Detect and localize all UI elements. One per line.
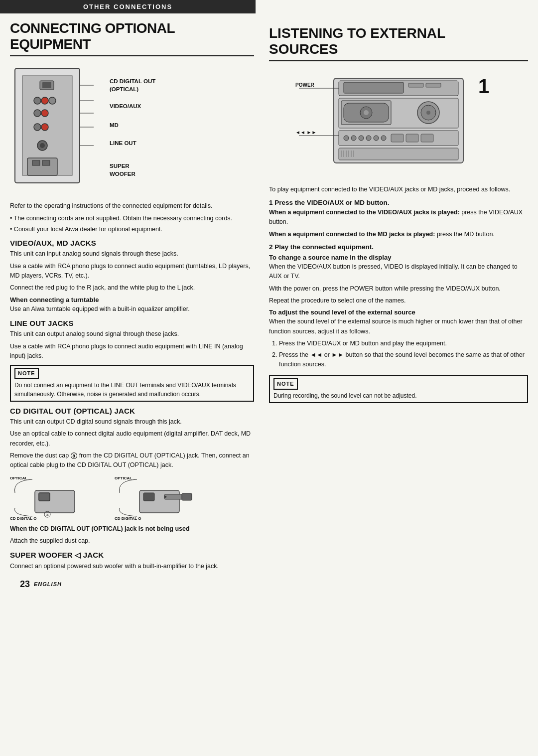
line-out-title: LINE OUT JACKS bbox=[10, 319, 254, 327]
super-woofer-title: SUPER WOOFER ◁ JACK bbox=[10, 551, 254, 560]
svg-text:OPTICAL: OPTICAL bbox=[115, 476, 132, 480]
svg-point-8 bbox=[41, 110, 48, 117]
svg-rect-55 bbox=[391, 134, 404, 142]
svg-point-50 bbox=[351, 136, 356, 141]
svg-point-44 bbox=[364, 110, 369, 115]
right-column: LISTENING TO EXTERNAL SOURCES bbox=[269, 13, 528, 595]
svg-rect-14 bbox=[32, 160, 40, 165]
svg-rect-3 bbox=[42, 82, 51, 88]
step1-header: 1 Press the VIDEO/AUX or MD button. bbox=[269, 199, 528, 206]
when-connecting-body: Use an Aiwa turntable equipped with a bu… bbox=[10, 304, 254, 314]
page-footer: 23 ENGLISH bbox=[10, 574, 254, 595]
header-label: OTHER CONNECTIONS bbox=[83, 3, 172, 10]
intro-note-2: • The connecting cords are not supplied.… bbox=[10, 214, 254, 223]
back-panel-diagram bbox=[10, 63, 110, 194]
video-aux-title: VIDEO/AUX, MD JACKS bbox=[10, 239, 254, 247]
optical-diagrams: OPTICAL CD DIGITAL O a bbox=[10, 475, 254, 520]
optical-diagram-left: OPTICAL CD DIGITAL O a bbox=[10, 475, 100, 520]
stereo-unit-svg: POWER ◄◄ ►► 1 bbox=[294, 68, 503, 178]
note-box-1: NOTE Do not connect an equipment to the … bbox=[10, 365, 254, 402]
svg-rect-31 bbox=[164, 494, 184, 499]
intro-note-3: • Consult your local Aiwa dealer for opt… bbox=[10, 225, 254, 234]
left-section-title: CONNECTING OPTIONAL EQUIPMENT bbox=[10, 20, 254, 52]
line-out-body-2: Use a cable with RCA phono plugs to conn… bbox=[10, 342, 254, 361]
label-cd-digital: CD DIGITAL OUT(OPTICAL) bbox=[110, 77, 155, 93]
intro-note-1: Refer to the operating instructions of t… bbox=[10, 201, 254, 211]
change-source-body-2: With the power on, press the POWER butto… bbox=[269, 284, 528, 294]
svg-text:a: a bbox=[46, 512, 49, 517]
note-label-1: NOTE bbox=[14, 368, 39, 379]
cd-title: CD DIGITAL OUT (OPTICAL) JACK bbox=[10, 407, 254, 415]
svg-point-53 bbox=[374, 136, 379, 141]
svg-text:OPTICAL: OPTICAL bbox=[10, 476, 27, 480]
stereo-diagram: POWER ◄◄ ►► 1 bbox=[269, 68, 528, 178]
label-super-woofer: SUPERWOOFER bbox=[110, 162, 155, 178]
change-source-body-3: Repeat the procedure to select one of th… bbox=[269, 296, 528, 305]
right-intro-body: To play equipment connected to the VIDEO… bbox=[269, 185, 528, 194]
svg-rect-38 bbox=[408, 83, 423, 87]
svg-text:1: 1 bbox=[478, 75, 489, 97]
optical-right-svg: OPTICAL CD DIGITAL O bbox=[115, 475, 204, 520]
note-box-2: NOTE During recording, the sound level c… bbox=[269, 375, 528, 403]
when-connecting-label: When connecting a turntable bbox=[10, 296, 254, 303]
svg-point-12 bbox=[40, 143, 45, 148]
cd-body-1: This unit can output CD digital sound si… bbox=[10, 417, 254, 427]
optical-diagram-right: OPTICAL CD DIGITAL O bbox=[115, 475, 204, 520]
adjust-title: To adjust the sound level of the externa… bbox=[269, 308, 528, 316]
label-video-aux: VIDEO/AUX bbox=[110, 102, 155, 110]
line-out-body-1: This unit can output analog sound signal… bbox=[10, 329, 254, 339]
svg-point-9 bbox=[34, 124, 41, 131]
step1-sub2: When a equipment connected to the MD jac… bbox=[269, 230, 528, 239]
change-source-title: To change a source name in the display bbox=[269, 254, 528, 261]
left-column: CONNECTING OPTIONAL EQUIPMENT bbox=[10, 13, 254, 595]
cd-body-3: Remove the dust cap a from the CD DIGITA… bbox=[10, 451, 254, 470]
diagram-label-list: CD DIGITAL OUT(OPTICAL) VIDEO/AUX MD LIN… bbox=[110, 63, 155, 178]
svg-point-52 bbox=[366, 136, 371, 141]
svg-rect-39 bbox=[426, 83, 441, 87]
svg-text:POWER: POWER bbox=[295, 82, 315, 88]
svg-rect-56 bbox=[406, 134, 418, 142]
label-md: MD bbox=[110, 121, 155, 129]
adjust-body: When the sound level of the external sou… bbox=[269, 317, 528, 336]
svg-rect-30 bbox=[143, 493, 154, 501]
svg-rect-32 bbox=[182, 493, 192, 500]
back-panel-svg bbox=[10, 63, 105, 193]
video-aux-body-1: This unit can input analog sound signals… bbox=[10, 249, 254, 259]
adjust-step-2: Presss the ◄◄ or ►► button so that the s… bbox=[279, 350, 528, 370]
header-bar: OTHER CONNECTIONS bbox=[0, 0, 256, 13]
adjust-steps-list: Press the VIDEO/AUX or MD button and pla… bbox=[269, 339, 528, 369]
page-layout: CONNECTING OPTIONAL EQUIPMENT bbox=[0, 13, 538, 595]
super-woofer-body: Connect an optional powered sub woofer w… bbox=[10, 562, 254, 571]
page-number: 23 bbox=[20, 579, 30, 590]
note-body-2: During recording, the sound level can no… bbox=[273, 391, 524, 400]
not-used-title: When the CD DIGITAL OUT (OPTICAL) jack i… bbox=[10, 524, 254, 534]
svg-point-5 bbox=[41, 97, 48, 104]
svg-point-54 bbox=[381, 136, 386, 141]
step1-sub1: When a equipment connected to the VIDEO/… bbox=[269, 208, 528, 227]
right-section-title: LISTENING TO EXTERNAL SOURCES bbox=[269, 25, 528, 57]
svg-rect-24 bbox=[39, 493, 50, 501]
svg-text:CD DIGITAL O: CD DIGITAL O bbox=[115, 516, 141, 520]
svg-rect-15 bbox=[42, 160, 50, 165]
note-body-1: Do not connect an equipment to the LINE … bbox=[14, 381, 250, 399]
optical-left-svg: OPTICAL CD DIGITAL O a bbox=[10, 475, 100, 520]
page-language: ENGLISH bbox=[34, 581, 62, 587]
svg-rect-37 bbox=[344, 82, 404, 93]
adjust-step-1: Press the VIDEO/AUX or MD button and pla… bbox=[279, 339, 528, 348]
svg-rect-57 bbox=[421, 134, 433, 142]
svg-point-10 bbox=[41, 124, 48, 131]
step2-header: 2 Play the connected equipment. bbox=[269, 243, 528, 251]
change-source-body-1: When the VIDEO/AUX button is pressed, VI… bbox=[269, 262, 528, 282]
svg-point-7 bbox=[34, 110, 41, 117]
diagram-area: CD DIGITAL OUT(OPTICAL) VIDEO/AUX MD LIN… bbox=[10, 63, 254, 194]
right-divider bbox=[269, 60, 528, 61]
cd-body-2: Use an optical cable to connect digital … bbox=[10, 429, 254, 449]
svg-point-4 bbox=[34, 97, 41, 104]
svg-point-47 bbox=[426, 111, 430, 115]
video-aux-body-2: Use a cable with RCA phono plugs to conn… bbox=[10, 262, 254, 281]
svg-rect-58 bbox=[339, 148, 458, 160]
svg-text:◄◄ ►►: ◄◄ ►► bbox=[295, 130, 316, 135]
svg-point-6 bbox=[49, 97, 56, 104]
label-line-out: LINE OUT bbox=[110, 139, 155, 147]
not-used-body: Attach the supplied dust cap. bbox=[10, 536, 254, 546]
